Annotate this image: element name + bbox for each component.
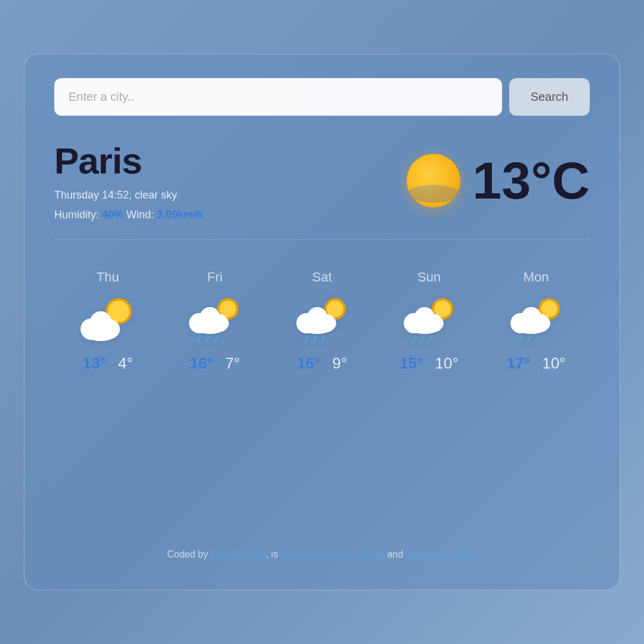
temp-high-mon: 17° (507, 354, 530, 373)
rain-icon-fri (185, 296, 244, 343)
temp-row-sun: 15° 10° (400, 354, 459, 373)
footer-netlify-link[interactable]: hosted on Netlify (406, 549, 477, 559)
temperature: 13°C (472, 154, 590, 207)
forecast-section: Thu 13° 4° Fri (54, 258, 590, 379)
svg-point-1 (108, 301, 129, 322)
footer: Coded by Alaa Helwani, is open-sourced o… (54, 543, 590, 560)
search-button[interactable]: Search (509, 78, 590, 116)
humidity-wind-detail: Humidity: 40% Wind: 3.09km/h (54, 209, 203, 221)
humidity-label: Humidity: (54, 209, 99, 221)
weather-card: Search Paris Thursday 14:52, clear sky H… (24, 54, 620, 590)
svg-line-40 (528, 336, 530, 342)
forecast-day-mon: Mon 17° 10° (506, 270, 566, 373)
forecast-day-sat: Sat 16° 9° (292, 270, 352, 373)
temp-low-fri: 7° (225, 354, 240, 373)
weather-icon-mon (506, 296, 566, 343)
wind-value: 3.09km/h (157, 209, 203, 221)
day-label-fri: Fri (208, 270, 223, 285)
temp-low-sat: 9° (332, 354, 347, 373)
svg-point-11 (200, 307, 220, 327)
temp-row-fri: 16° 7° (190, 354, 240, 373)
forecast-day-thu: Thu 13° 4° (78, 270, 138, 373)
footer-text-end: and (385, 549, 406, 559)
temp-row-mon: 17° 10° (507, 354, 566, 373)
city-input[interactable] (54, 78, 502, 116)
sun-icon (407, 154, 460, 208)
svg-line-30 (413, 336, 415, 342)
temp-row-sat: 16° 9° (297, 354, 347, 373)
temp-value: 13 (472, 151, 531, 210)
weather-icon-thu (78, 296, 138, 343)
footer-github-link[interactable]: open-sourced on GitHub (281, 549, 385, 559)
footer-text-prefix: Coded by (167, 549, 210, 559)
footer-text-middle: , is (266, 549, 281, 559)
temp-row-thu: 13° 4° (83, 354, 133, 373)
temp-high-sat: 16° (297, 354, 320, 373)
temp-unit: °C (531, 151, 590, 210)
divider (54, 239, 590, 240)
day-label-mon: Mon (524, 270, 549, 285)
svg-line-22 (314, 336, 316, 342)
city-name: Paris (54, 140, 203, 182)
day-label-thu: Thu (97, 270, 119, 285)
weather-icon-fri (185, 296, 244, 343)
svg-line-21 (305, 336, 308, 342)
forecast-day-fri: Fri 16° 7° (185, 270, 244, 373)
svg-line-13 (206, 336, 209, 342)
datetime-text: Thursday 14:52, clear sky (54, 189, 177, 201)
weather-icon-sun (400, 296, 459, 343)
svg-line-31 (421, 336, 423, 342)
svg-line-32 (429, 336, 432, 342)
weather-main: Paris Thursday 14:52, clear sky Humidity… (54, 134, 590, 221)
svg-line-14 (215, 336, 217, 342)
rain-icon-sun (400, 296, 459, 343)
svg-point-5 (90, 311, 112, 333)
partly-cloudy-icon-thu (78, 296, 138, 343)
day-label-sun: Sun (417, 270, 441, 285)
forecast-day-sun: Sun 15° 10° (400, 270, 459, 373)
datetime-detail: Thursday 14:52, clear sky (54, 189, 203, 202)
search-row: Search (54, 78, 590, 116)
weather-icon-sat (292, 296, 352, 343)
svg-point-29 (414, 307, 435, 327)
temp-high-fri: 16° (190, 354, 213, 373)
rain-icon-mon (506, 296, 566, 343)
svg-line-23 (322, 336, 324, 342)
svg-point-38 (521, 307, 541, 327)
svg-line-39 (519, 336, 522, 342)
city-info: Paris Thursday 14:52, clear sky Humidity… (54, 140, 203, 221)
temp-high-thu: 13° (83, 354, 106, 373)
svg-line-41 (536, 336, 538, 342)
temp-low-sun: 10° (435, 354, 459, 373)
rain-icon-sat (292, 296, 352, 343)
day-label-sat: Sat (312, 270, 332, 285)
wind-label: Wind: (126, 209, 154, 221)
temp-low-mon: 10° (542, 354, 565, 373)
temp-section: 13°C (407, 154, 590, 208)
temp-high-sun: 15° (400, 354, 423, 373)
humidity-value: 40% (102, 209, 123, 221)
temp-low-thu: 4° (118, 354, 133, 373)
svg-point-20 (307, 307, 327, 327)
svg-line-12 (198, 336, 200, 342)
footer-author-link[interactable]: Alaa Helwani (210, 549, 265, 559)
